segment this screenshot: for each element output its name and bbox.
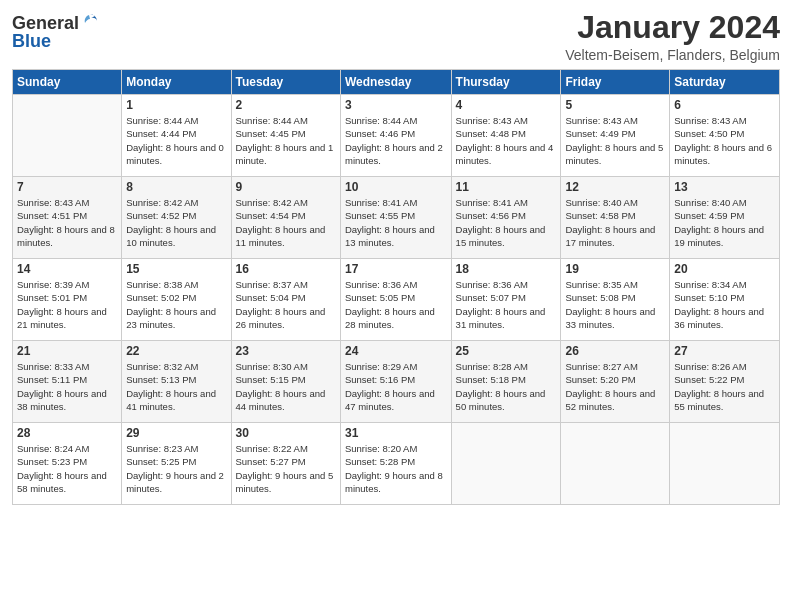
day-info: Sunrise: 8:37 AMSunset: 5:04 PMDaylight:… — [236, 278, 336, 331]
day-cell: 1Sunrise: 8:44 AMSunset: 4:44 PMDaylight… — [122, 95, 231, 177]
day-cell: 15Sunrise: 8:38 AMSunset: 5:02 PMDayligh… — [122, 259, 231, 341]
day-info: Sunrise: 8:44 AMSunset: 4:46 PMDaylight:… — [345, 114, 447, 167]
day-number: 3 — [345, 98, 447, 112]
day-number: 31 — [345, 426, 447, 440]
day-cell: 17Sunrise: 8:36 AMSunset: 5:05 PMDayligh… — [340, 259, 451, 341]
logo: General Blue — [12, 14, 99, 50]
day-cell: 30Sunrise: 8:22 AMSunset: 5:27 PMDayligh… — [231, 423, 340, 505]
day-info: Sunrise: 8:42 AMSunset: 4:54 PMDaylight:… — [236, 196, 336, 249]
day-info: Sunrise: 8:32 AMSunset: 5:13 PMDaylight:… — [126, 360, 226, 413]
day-info: Sunrise: 8:41 AMSunset: 4:55 PMDaylight:… — [345, 196, 447, 249]
logo-blue-text: Blue — [12, 32, 51, 50]
week-row-2: 7Sunrise: 8:43 AMSunset: 4:51 PMDaylight… — [13, 177, 780, 259]
day-number: 4 — [456, 98, 557, 112]
day-number: 10 — [345, 180, 447, 194]
week-row-1: 1Sunrise: 8:44 AMSunset: 4:44 PMDaylight… — [13, 95, 780, 177]
day-number: 18 — [456, 262, 557, 276]
day-info: Sunrise: 8:30 AMSunset: 5:15 PMDaylight:… — [236, 360, 336, 413]
day-info: Sunrise: 8:24 AMSunset: 5:23 PMDaylight:… — [17, 442, 117, 495]
logo-bird-icon — [81, 12, 99, 30]
header: General Blue January 2024 Veltem-Beisem,… — [12, 10, 780, 63]
day-number: 9 — [236, 180, 336, 194]
day-number: 28 — [17, 426, 117, 440]
day-cell: 31Sunrise: 8:20 AMSunset: 5:28 PMDayligh… — [340, 423, 451, 505]
day-info: Sunrise: 8:20 AMSunset: 5:28 PMDaylight:… — [345, 442, 447, 495]
day-info: Sunrise: 8:44 AMSunset: 4:44 PMDaylight:… — [126, 114, 226, 167]
day-cell: 2Sunrise: 8:44 AMSunset: 4:45 PMDaylight… — [231, 95, 340, 177]
day-number: 21 — [17, 344, 117, 358]
day-number: 2 — [236, 98, 336, 112]
day-number: 5 — [565, 98, 665, 112]
day-cell: 6Sunrise: 8:43 AMSunset: 4:50 PMDaylight… — [670, 95, 780, 177]
day-info: Sunrise: 8:23 AMSunset: 5:25 PMDaylight:… — [126, 442, 226, 495]
day-info: Sunrise: 8:43 AMSunset: 4:49 PMDaylight:… — [565, 114, 665, 167]
day-number: 7 — [17, 180, 117, 194]
day-cell: 28Sunrise: 8:24 AMSunset: 5:23 PMDayligh… — [13, 423, 122, 505]
day-cell: 13Sunrise: 8:40 AMSunset: 4:59 PMDayligh… — [670, 177, 780, 259]
col-header-monday: Monday — [122, 70, 231, 95]
day-info: Sunrise: 8:43 AMSunset: 4:51 PMDaylight:… — [17, 196, 117, 249]
day-cell: 9Sunrise: 8:42 AMSunset: 4:54 PMDaylight… — [231, 177, 340, 259]
day-number: 24 — [345, 344, 447, 358]
day-cell: 21Sunrise: 8:33 AMSunset: 5:11 PMDayligh… — [13, 341, 122, 423]
day-info: Sunrise: 8:34 AMSunset: 5:10 PMDaylight:… — [674, 278, 775, 331]
col-header-saturday: Saturday — [670, 70, 780, 95]
day-number: 12 — [565, 180, 665, 194]
day-cell: 26Sunrise: 8:27 AMSunset: 5:20 PMDayligh… — [561, 341, 670, 423]
day-info: Sunrise: 8:35 AMSunset: 5:08 PMDaylight:… — [565, 278, 665, 331]
week-row-5: 28Sunrise: 8:24 AMSunset: 5:23 PMDayligh… — [13, 423, 780, 505]
col-header-friday: Friday — [561, 70, 670, 95]
day-number: 22 — [126, 344, 226, 358]
day-cell: 4Sunrise: 8:43 AMSunset: 4:48 PMDaylight… — [451, 95, 561, 177]
week-row-3: 14Sunrise: 8:39 AMSunset: 5:01 PMDayligh… — [13, 259, 780, 341]
day-number: 23 — [236, 344, 336, 358]
day-info: Sunrise: 8:33 AMSunset: 5:11 PMDaylight:… — [17, 360, 117, 413]
day-cell: 12Sunrise: 8:40 AMSunset: 4:58 PMDayligh… — [561, 177, 670, 259]
day-info: Sunrise: 8:22 AMSunset: 5:27 PMDaylight:… — [236, 442, 336, 495]
day-cell: 5Sunrise: 8:43 AMSunset: 4:49 PMDaylight… — [561, 95, 670, 177]
calendar-container: General Blue January 2024 Veltem-Beisem,… — [0, 0, 792, 612]
col-header-sunday: Sunday — [13, 70, 122, 95]
day-info: Sunrise: 8:41 AMSunset: 4:56 PMDaylight:… — [456, 196, 557, 249]
day-number: 6 — [674, 98, 775, 112]
day-number: 8 — [126, 180, 226, 194]
day-info: Sunrise: 8:26 AMSunset: 5:22 PMDaylight:… — [674, 360, 775, 413]
day-cell: 27Sunrise: 8:26 AMSunset: 5:22 PMDayligh… — [670, 341, 780, 423]
day-cell: 20Sunrise: 8:34 AMSunset: 5:10 PMDayligh… — [670, 259, 780, 341]
day-number: 30 — [236, 426, 336, 440]
day-info: Sunrise: 8:40 AMSunset: 4:58 PMDaylight:… — [565, 196, 665, 249]
day-info: Sunrise: 8:36 AMSunset: 5:05 PMDaylight:… — [345, 278, 447, 331]
day-cell: 10Sunrise: 8:41 AMSunset: 4:55 PMDayligh… — [340, 177, 451, 259]
day-cell: 18Sunrise: 8:36 AMSunset: 5:07 PMDayligh… — [451, 259, 561, 341]
col-header-wednesday: Wednesday — [340, 70, 451, 95]
day-cell: 16Sunrise: 8:37 AMSunset: 5:04 PMDayligh… — [231, 259, 340, 341]
day-info: Sunrise: 8:27 AMSunset: 5:20 PMDaylight:… — [565, 360, 665, 413]
month-year-title: January 2024 — [565, 10, 780, 45]
day-number: 25 — [456, 344, 557, 358]
day-cell: 11Sunrise: 8:41 AMSunset: 4:56 PMDayligh… — [451, 177, 561, 259]
week-row-4: 21Sunrise: 8:33 AMSunset: 5:11 PMDayligh… — [13, 341, 780, 423]
day-number: 16 — [236, 262, 336, 276]
day-number: 13 — [674, 180, 775, 194]
day-cell — [561, 423, 670, 505]
day-number: 29 — [126, 426, 226, 440]
day-info: Sunrise: 8:44 AMSunset: 4:45 PMDaylight:… — [236, 114, 336, 167]
day-cell: 24Sunrise: 8:29 AMSunset: 5:16 PMDayligh… — [340, 341, 451, 423]
day-cell: 25Sunrise: 8:28 AMSunset: 5:18 PMDayligh… — [451, 341, 561, 423]
day-info: Sunrise: 8:36 AMSunset: 5:07 PMDaylight:… — [456, 278, 557, 331]
day-number: 1 — [126, 98, 226, 112]
day-cell: 19Sunrise: 8:35 AMSunset: 5:08 PMDayligh… — [561, 259, 670, 341]
day-info: Sunrise: 8:39 AMSunset: 5:01 PMDaylight:… — [17, 278, 117, 331]
day-cell — [670, 423, 780, 505]
day-cell: 23Sunrise: 8:30 AMSunset: 5:15 PMDayligh… — [231, 341, 340, 423]
day-cell: 29Sunrise: 8:23 AMSunset: 5:25 PMDayligh… — [122, 423, 231, 505]
day-cell — [451, 423, 561, 505]
day-number: 11 — [456, 180, 557, 194]
location-subtitle: Veltem-Beisem, Flanders, Belgium — [565, 47, 780, 63]
day-number: 27 — [674, 344, 775, 358]
day-info: Sunrise: 8:40 AMSunset: 4:59 PMDaylight:… — [674, 196, 775, 249]
day-cell: 22Sunrise: 8:32 AMSunset: 5:13 PMDayligh… — [122, 341, 231, 423]
day-info: Sunrise: 8:38 AMSunset: 5:02 PMDaylight:… — [126, 278, 226, 331]
col-header-tuesday: Tuesday — [231, 70, 340, 95]
col-header-thursday: Thursday — [451, 70, 561, 95]
